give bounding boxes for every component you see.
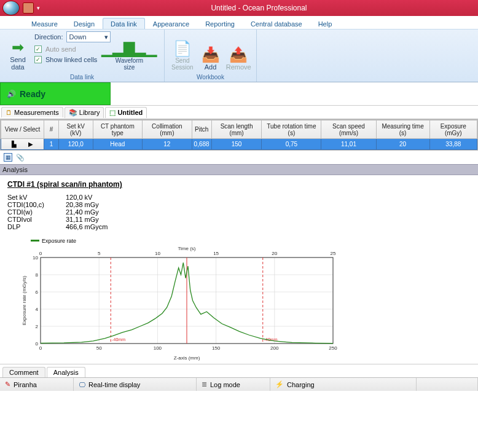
grid-header-row: View / Select # Set kV (kV) CT phantom t…	[1, 120, 477, 139]
k-cvol: CTDIvol	[7, 216, 66, 223]
col-collimation[interactable]: Collimation (mm)	[143, 120, 192, 139]
cell-phantom[interactable]: Head	[93, 139, 143, 150]
cell-coll[interactable]: 12	[143, 139, 192, 150]
charging-icon: ⚡	[275, 380, 284, 388]
send-data-button[interactable]: ➡ Send data	[4, 31, 32, 72]
group-datalink-label: Data link	[0, 74, 164, 82]
waveform-size-button[interactable]: ▁▂▇▂▁ Waveform size	[111, 31, 147, 72]
svg-text:5: 5	[98, 251, 101, 256]
v-setkv: 120,0 kV	[66, 194, 92, 201]
doctab-measurements-label: Measurements	[14, 109, 59, 116]
qat-save-button[interactable]	[23, 2, 34, 14]
group-workbook-label: Workbook	[165, 74, 256, 82]
status-charging: ⚡Charging	[270, 378, 417, 391]
k-cw: CTDI(w)	[7, 208, 66, 216]
cell-setkv[interactable]: 120,0	[59, 139, 93, 150]
remove-button[interactable]: 📤 Remove	[224, 31, 253, 72]
cell-scanlen[interactable]: 150	[211, 139, 262, 150]
svg-text:0: 0	[39, 251, 42, 256]
col-exposure[interactable]: Exposure (mGy)	[429, 120, 477, 139]
doctab-untitled[interactable]: ⬚ Untitled	[105, 107, 147, 118]
tab-design[interactable]: Design	[66, 18, 103, 29]
col-rotation[interactable]: Tube rotation time (s)	[262, 120, 321, 139]
status-charging-label: Charging	[287, 381, 315, 388]
waveform-icon: ▁▂▇▂▁	[101, 40, 157, 57]
doctab-measurements[interactable]: 🗒 Measurements	[1, 107, 63, 117]
svg-text:50: 50	[96, 345, 102, 351]
col-number[interactable]: #	[44, 120, 59, 139]
library-icon: 📚	[69, 109, 77, 117]
waveform-label: Waveform size	[111, 57, 147, 71]
auto-send-checkbox[interactable]: ✓	[34, 45, 42, 53]
doctab-library-label: Library	[79, 109, 100, 116]
svg-text:15: 15	[213, 251, 219, 256]
table-row[interactable]: ▙ ▶ 1 120,0 Head 12 0,688 150 0,75 11,01…	[1, 139, 477, 150]
ribbon: ➡ Send data Direction: Down ▾ ✓ Auto sen…	[0, 29, 478, 82]
v-c100: 20,38 mGy	[66, 201, 99, 208]
title-bar: ▾ Untitled - Ocean Professional	[0, 0, 478, 16]
menu-bar: Measure Design Data link Appearance Repo…	[0, 16, 478, 29]
svg-text:2: 2	[36, 324, 39, 329]
svg-text:0: 0	[39, 345, 42, 351]
bottab-analysis[interactable]: Analysis	[47, 367, 85, 377]
cell-exp[interactable]: 33,88	[429, 139, 477, 150]
svg-text:100: 100	[154, 345, 162, 351]
send-session-label: Send Session	[168, 57, 197, 71]
status-logmode-label: Log mode	[210, 381, 240, 388]
col-meastime[interactable]: Measuring time (s)	[376, 120, 429, 139]
log-icon: ≣	[202, 380, 207, 388]
legend-swatch	[31, 240, 39, 242]
tab-reporting[interactable]: Reporting	[197, 18, 243, 29]
k-c100: CTDI(100,c)	[7, 201, 66, 208]
cell-rot[interactable]: 0,75	[262, 139, 321, 150]
chart-svg: 05010015020025002468100510152025Time (s)…	[20, 244, 339, 361]
measurement-grid: View / Select # Set kV (kV) CT phantom t…	[0, 119, 478, 151]
exposure-chart: Exposure rate 05010015020025002468100510…	[20, 235, 466, 361]
send-data-label: Send data	[4, 56, 32, 71]
remove-label: Remove	[226, 63, 251, 71]
cell-speed[interactable]: 11,01	[321, 139, 376, 150]
auto-send-label: Auto send	[45, 45, 76, 53]
tab-help[interactable]: Help	[310, 18, 340, 29]
svg-text:10: 10	[33, 255, 38, 261]
send-session-button[interactable]: 📄 Send Session	[168, 31, 197, 72]
tab-appearance[interactable]: Appearance	[145, 18, 197, 29]
tab-central-database[interactable]: Central database	[243, 18, 310, 29]
analysis-detail: CTDI #1 (spiral scan/in phantom) Set kV1…	[0, 175, 478, 364]
cell-meas[interactable]: 20	[376, 139, 429, 150]
row-selector[interactable]: ▙ ▶	[1, 139, 44, 150]
svg-text:8: 8	[36, 272, 39, 278]
status-realtime: 🖵Real-time display	[74, 378, 197, 391]
tab-data-link[interactable]: Data link	[103, 18, 145, 29]
status-strip: 🔊 Ready	[0, 82, 478, 106]
col-setkv[interactable]: Set kV (kV)	[59, 120, 93, 139]
tab-measure[interactable]: Measure	[23, 18, 66, 29]
expand-button[interactable]: ▦	[4, 153, 12, 162]
document-tabs: 🗒 Measurements 📚 Library ⬚ Untitled	[0, 106, 478, 119]
document-arrow-icon: 📄	[173, 40, 192, 57]
cell-num[interactable]: 1	[44, 139, 59, 150]
col-pitch[interactable]: Pitch	[192, 120, 211, 139]
doctab-library[interactable]: 📚 Library	[65, 107, 104, 118]
k-setkv: Set kV	[7, 194, 66, 201]
show-linked-checkbox[interactable]: ✓	[34, 56, 42, 63]
monitor-icon: 🖵	[79, 381, 85, 388]
col-scanlen[interactable]: Scan length (mm)	[211, 120, 262, 139]
col-phantom[interactable]: CT phantom type	[93, 120, 143, 139]
v-dlp: 466,6 mGycm	[66, 223, 108, 230]
bottab-comment[interactable]: Comment	[2, 367, 45, 377]
app-menu-orb[interactable]	[2, 1, 20, 15]
sheet-icon: ⬚	[109, 109, 116, 117]
svg-text:200: 200	[270, 345, 279, 351]
col-viewselect[interactable]: View / Select	[1, 120, 44, 139]
svg-text:Exposure rate (mGy/s): Exposure rate (mGy/s)	[22, 275, 27, 325]
cell-pitch[interactable]: 0,688	[192, 139, 211, 150]
window-title: Untitled - Ocean Professional	[40, 4, 478, 12]
speaker-icon: 🔊	[7, 90, 16, 98]
add-button[interactable]: 📥 Add	[197, 31, 225, 72]
direction-label: Direction:	[34, 33, 63, 41]
grid-toolbar: ▦ 📎	[0, 151, 478, 164]
col-speed[interactable]: Scan speed (mm/s)	[321, 120, 376, 139]
add-icon: 📥	[202, 46, 220, 63]
attachment-icon[interactable]: 📎	[16, 154, 25, 162]
